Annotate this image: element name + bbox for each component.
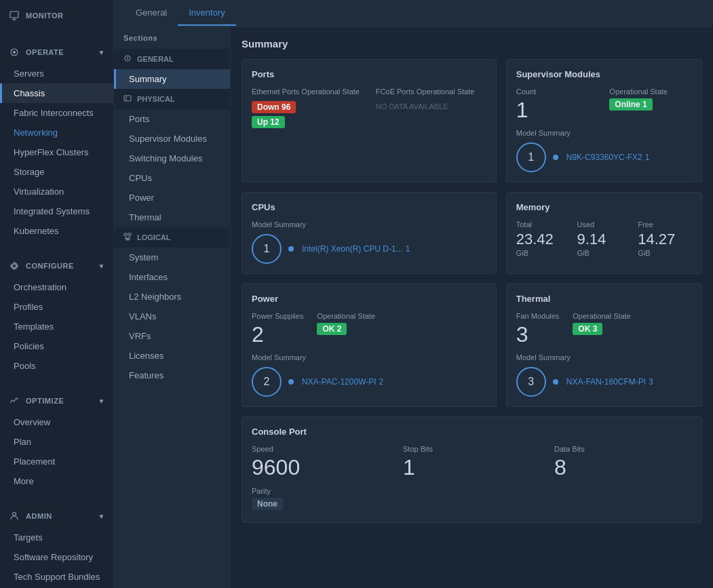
section-link-features[interactable]: Features [114,366,230,385]
monitor-icon [8,9,20,22]
sidebar-item-targets[interactable]: Targets [0,528,113,547]
console-speed-value: 9600 [252,456,389,479]
power-supplies: Power Supplies 2 [252,312,303,347]
memory-free-value: 14.27 [638,231,692,248]
sidebar-item-networking[interactable]: Networking [0,123,113,142]
sidebar-item-chassis[interactable]: Chassis [0,83,113,103]
cpu-model-row: 1 Intel(R) Xeon(R) CPU D-1...1 [252,234,486,264]
section-link-interfaces[interactable]: Interfaces [114,267,230,287]
supervisor-op-badge: Online 1 [609,98,652,111]
console-content: Speed 9600 Stop Bits 1 Data Bits 8 [252,445,692,479]
memory-total: Total 23.42 GiB [516,220,571,257]
supervisor-model-name: N9K-C93360YC-FX21 [564,153,650,162]
supervisor-circle: 1 [516,142,546,172]
svg-point-8 [127,56,128,56]
cpu-circle: 1 [252,234,282,264]
eth-down-badge: Down 96 [252,101,296,113]
cards-row-2: CPUs Model Summary 1 Intel(R) Xeon(R) CP… [242,192,702,274]
tab-general[interactable]: General [125,1,178,26]
fcoe-ports-group: FCoE Ports Operational State NO DATA AVA… [376,87,486,131]
thermal-model-row: 3 NXA-FAN-160CFM-PI3 [516,367,692,397]
sidebar-item-orchestration[interactable]: Orchestration [0,277,113,297]
section-link-thermal[interactable]: Thermal [114,208,230,227]
sidebar-item-hyperflex[interactable]: HyperFlex Clusters [0,142,113,162]
sidebar-item-profiles[interactable]: Profiles [0,297,113,317]
fcoe-ports-title: FCoE Ports Operational State [376,87,486,96]
summary-panel: Summary Ports Ethernet Ports Operational… [231,27,713,588]
operate-chevron: ▼ [98,49,105,56]
power-supplies-value: 2 [252,323,303,347]
section-link-l2[interactable]: L2 Neighbors [114,287,230,307]
section-link-licenses[interactable]: Licenses [114,346,230,366]
sidebar-header-monitor[interactable]: MONITOR [0,4,113,27]
cards-row-3: Power Power Supplies 2 Operational State… [242,283,702,407]
sidebar-section-admin: ADMIN ▼ Targets Software Repository Tech… [0,501,113,588]
svg-rect-9 [124,96,131,101]
console-speed: Speed 9600 [252,445,389,479]
sidebar-item-plan[interactable]: Plan [0,432,113,452]
console-stop-value: 1 [403,456,541,479]
sidebar-item-integrated[interactable]: Integrated Systems [0,201,113,221]
sidebar-item-software-repo[interactable]: Software Repository [0,547,113,567]
supervisor-count-value: 1 [516,98,599,122]
cards-row-1: Ports Ethernet Ports Operational State D… [242,59,702,182]
svg-rect-12 [128,233,131,235]
sidebar-item-templates[interactable]: Templates [0,317,113,336]
monitor-label: MONITOR [26,12,64,20]
logical-group-icon [123,233,133,242]
sections-title: Sections [114,27,230,49]
summary-title: Summary [242,38,702,50]
section-link-switching[interactable]: Switching Modules [114,149,230,168]
section-link-summary[interactable]: Summary [114,69,230,89]
cpu-model-name: Intel(R) Xeon(R) CPU D-1...1 [299,244,410,254]
sidebar-header-admin[interactable]: ADMIN ▼ [0,505,113,528]
section-link-supervisor[interactable]: Supervisor Modules [114,129,230,149]
sidebar-item-overview[interactable]: Overview [0,412,113,432]
eth-up-badge: Up 12 [252,116,285,128]
power-model-summary: Model Summary 2 NXA-PAC-1200W-PI2 [252,353,486,397]
ports-section: Ethernet Ports Operational State Down 96… [252,87,486,131]
fcoe-no-data: NO DATA AVAILABLE [376,102,486,111]
power-card: Power Power Supplies 2 Operational State… [242,283,497,407]
sidebar-item-storage[interactable]: Storage [0,162,113,182]
section-link-vrfs[interactable]: VRFs [114,326,230,346]
parity-badge: None [252,498,283,510]
sections-panel: Sections GENERAL Summary PHYSICAL Ports … [114,27,231,588]
sidebar-item-servers[interactable]: Servers [0,64,113,83]
tab-inventory[interactable]: Inventory [178,1,235,26]
section-link-power[interactable]: Power [114,188,230,208]
section-link-system[interactable]: System [114,248,230,267]
operate-label: OPERATE [26,48,64,56]
thermal-card-title: Thermal [516,294,692,304]
sidebar-header-optimize[interactable]: OPTIMIZE ▼ [0,389,113,412]
sidebar-item-policies[interactable]: Policies [0,336,113,356]
memory-total-value: 23.42 [516,231,571,248]
optimize-icon [8,395,20,407]
sidebar-item-support-bundles[interactable]: Tech Support Bundles [0,567,113,587]
console-data-bits: Data Bits 8 [554,445,692,479]
sidebar-header-configure[interactable]: CONFIGURE ▼ [0,254,113,277]
sidebar-item-placement[interactable]: Placement [0,452,113,471]
memory-content: Total 23.42 GiB Used 9.14 GiB Free 14.27 [516,220,692,257]
thermal-model-summary: Model Summary 3 NXA-FAN-160CFM-PI3 [516,353,692,397]
memory-used-value: 9.14 [577,231,631,248]
sidebar-section-monitor: MONITOR [0,0,113,31]
section-link-vlans[interactable]: VLANs [114,307,230,326]
sidebar-section-configure: CONFIGURE ▼ Orchestration Profiles Templ… [0,250,113,380]
thermal-model-name: NXA-FAN-160CFM-PI3 [564,377,653,387]
section-link-cpus[interactable]: CPUs [114,168,230,188]
section-link-ports[interactable]: Ports [114,109,230,129]
general-group-icon [123,54,133,64]
supervisor-dot [553,155,558,160]
svg-point-4 [13,51,16,54]
cpus-card-title: CPUs [252,202,486,212]
thermal-circle: 3 [516,367,546,397]
supervisor-card-title: Supervisor Modules [516,69,692,79]
sidebar-item-virtualization[interactable]: Virtualization [0,182,113,201]
sidebar-header-operate[interactable]: OPERATE ▼ [0,41,113,64]
sidebar-item-kubernetes[interactable]: Kubernetes [0,221,113,241]
sidebar-item-more[interactable]: More [0,471,113,491]
sidebar-item-pools[interactable]: Pools [0,356,113,376]
sidebar-item-fabric[interactable]: Fabric Interconnects [0,103,113,123]
svg-rect-11 [124,233,127,235]
